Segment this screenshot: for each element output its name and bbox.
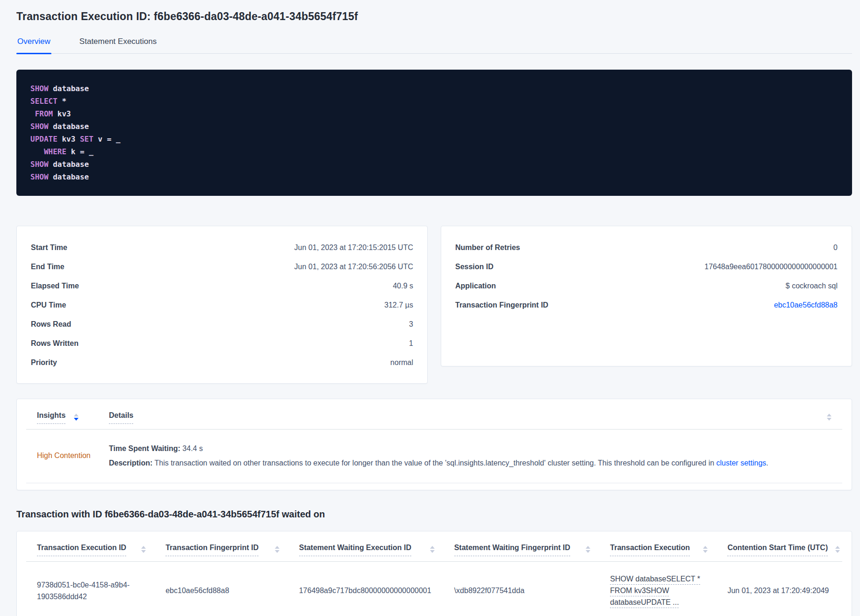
row-label: Priority — [31, 358, 57, 367]
row-value: Jun 01, 2023 at 17:20:15:2015 UTC — [294, 244, 413, 252]
column-header-statement-waiting-fingerprint-id: Statement Waiting Fingerprint ID — [454, 544, 610, 556]
summary-row-priority: Priority normal — [31, 353, 413, 372]
cell-contention-start-time: Jun 01, 2023 at 17:20:49:2049 — [727, 585, 842, 596]
sql-keyword: SHOW — [30, 172, 49, 181]
row-label: Session ID — [455, 263, 494, 271]
description-line: Description: This transaction waited on … — [109, 457, 831, 469]
tab-statement-executions[interactable]: Statement Executions — [79, 37, 158, 53]
column-label[interactable]: Transaction Execution ID — [37, 544, 126, 556]
sql-text: k = _ — [66, 147, 93, 156]
row-label: Rows Read — [31, 320, 71, 329]
insight-row: High Contention Time Spent Waiting: 34.4… — [26, 430, 842, 483]
row-value: $ cockroach sql — [786, 282, 838, 290]
sort-toggle-icon[interactable] — [835, 546, 840, 553]
sql-keyword: FROM — [35, 109, 53, 118]
sql-text: kv3 — [53, 109, 71, 118]
sort-asc-icon — [586, 546, 590, 549]
column-label[interactable]: Contention Start Time (UTC) — [727, 544, 828, 556]
row-value: Jun 01, 2023 at 17:20:56:2056 UTC — [294, 263, 413, 271]
sql-keyword: SHOW — [30, 122, 49, 131]
summary-row-retries: Number of Retries 0 — [455, 238, 838, 257]
sql-text — [30, 109, 35, 118]
summary-row-rows-written: Rows Written 1 — [31, 334, 413, 353]
row-label: CPU Time — [31, 301, 66, 309]
sort-toggle-icon[interactable] — [586, 546, 590, 556]
sql-text: database — [49, 84, 89, 93]
sort-asc-icon — [835, 546, 840, 549]
description-period: . — [766, 459, 768, 467]
cell-transaction-execution-link[interactable]: SHOW databaseSELECT * FROM kv3SHOW datab… — [610, 573, 727, 608]
row-label: Application — [455, 282, 496, 290]
insights-column-label[interactable]: Insights — [37, 411, 65, 424]
column-label[interactable]: Transaction Fingerprint ID — [165, 544, 258, 556]
cell-statement-waiting-execution-id: 176498a9c717bdc80000000000000001 — [299, 585, 454, 596]
time-spent-waiting-line: Time Spent Waiting: 34.4 s — [109, 443, 831, 454]
sql-keyword: SHOW — [30, 160, 49, 169]
sql-line: UPDATE kv3 SET v = _ — [30, 133, 838, 145]
row-value: 17648a9eea6017800000000000000001 — [704, 263, 838, 271]
waited-on-section-title: Transaction with ID f6be6366-da03-48de-a… — [16, 509, 852, 520]
sort-asc-icon — [703, 546, 708, 549]
sort-toggle-icon[interactable] — [703, 546, 708, 556]
sql-keyword: SHOW — [30, 84, 49, 93]
sort-asc-icon — [827, 414, 831, 416]
transaction-execution-link-line[interactable]: SHOW databaseSELECT * — [610, 573, 714, 585]
sort-desc-icon — [141, 550, 146, 553]
column-label[interactable]: Statement Waiting Execution ID — [299, 544, 411, 556]
sort-asc-icon — [430, 546, 435, 549]
cluster-settings-link[interactable]: cluster settings — [717, 459, 767, 467]
sort-asc-icon — [275, 546, 280, 549]
sql-keyword: SET — [80, 135, 93, 143]
summary-row-elapsed-time: Elapsed Time 40.9 s — [31, 276, 413, 295]
tab-bar: Overview Statement Executions — [16, 37, 852, 54]
summary-row-rows-read: Rows Read 3 — [31, 315, 413, 334]
row-value: 0 — [833, 244, 838, 252]
row-value: 1 — [409, 339, 413, 348]
sql-text: * — [57, 97, 66, 106]
cell-transaction-execution-id: 9738d051-bc0e-4158-a9b4-1903586ddd42 — [37, 579, 165, 602]
description-label: Description: — [109, 459, 152, 467]
sql-text: database — [49, 172, 89, 181]
waiting-value: 34.4 s — [180, 444, 203, 452]
sort-toggle-icon[interactable] — [827, 414, 831, 424]
page-title: Transaction Execution ID: f6be6366-da03-… — [16, 10, 852, 23]
sort-toggle-icon[interactable] — [141, 546, 146, 556]
row-value: 40.9 s — [393, 282, 413, 290]
summary-row-end-time: End Time Jun 01, 2023 at 17:20:56:2056 U… — [31, 257, 413, 276]
summary-row-start-time: Start Time Jun 01, 2023 at 17:20:15:2015… — [31, 238, 413, 257]
row-label: Rows Written — [31, 339, 79, 348]
sort-asc-icon — [141, 546, 146, 549]
waited-on-table-card: Transaction Execution ID Transaction Fin… — [16, 531, 852, 616]
waited-on-table-header: Transaction Execution ID Transaction Fin… — [26, 531, 842, 562]
transaction-fingerprint-id-link[interactable]: ebc10ae56cfd88a8 — [774, 301, 838, 309]
insights-table-card: Insights Details High Contention Time Sp… — [16, 399, 852, 490]
insights-table-header: Insights Details — [26, 399, 842, 430]
sort-toggle-icon[interactable] — [430, 546, 435, 556]
cell-transaction-fingerprint-id: ebc10ae56cfd88a8 — [165, 585, 299, 596]
tab-overview[interactable]: Overview — [16, 37, 51, 53]
summary-row-cpu-time: CPU Time 312.7 µs — [31, 295, 413, 315]
transaction-execution-link-line[interactable]: FROM kv3SHOW — [610, 585, 714, 596]
summary-row-transaction-fingerprint-id: Transaction Fingerprint ID ebc10ae56cfd8… — [455, 295, 838, 315]
column-header-contention-start-time: Contention Start Time (UTC) — [727, 544, 835, 556]
column-header-transaction-execution-id: Transaction Execution ID — [37, 544, 165, 556]
sort-toggle-icon[interactable] — [74, 414, 79, 424]
insight-type-label: High Contention — [37, 451, 109, 460]
sql-statements-box: SHOW database SELECT * FROM kv3 SHOW dat… — [16, 70, 852, 196]
session-summary-card: Number of Retries 0 Session ID 17648a9ee… — [441, 226, 852, 366]
sort-desc-icon — [586, 550, 590, 553]
sql-line: FROM kv3 — [30, 107, 838, 120]
waiting-label: Time Spent Waiting: — [109, 444, 180, 452]
sort-toggle-icon[interactable] — [275, 546, 280, 556]
sql-line: SHOW database — [30, 120, 838, 133]
cell-statement-waiting-fingerprint-id: \xdb8922f077541dda — [454, 585, 610, 596]
sql-keyword: WHERE — [44, 147, 66, 156]
transaction-execution-link-line[interactable]: databaseUPDATE ... — [610, 596, 714, 608]
summary-row-session-id: Session ID 17648a9eea6017800000000000000… — [455, 257, 838, 276]
column-label[interactable]: Transaction Execution — [610, 544, 690, 556]
sort-desc-icon — [74, 418, 79, 421]
details-column-label[interactable]: Details — [109, 411, 133, 424]
row-label: End Time — [31, 263, 64, 271]
column-label[interactable]: Statement Waiting Fingerprint ID — [454, 544, 570, 556]
sort-desc-icon — [430, 550, 435, 553]
